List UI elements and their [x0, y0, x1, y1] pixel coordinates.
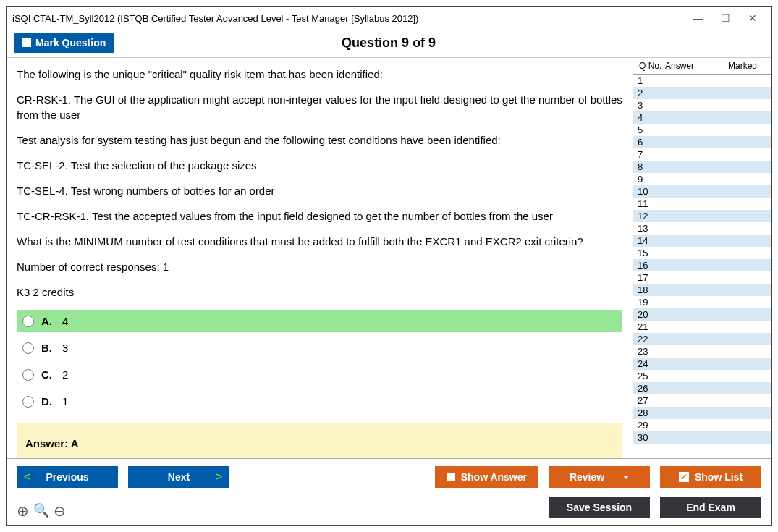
question-list-row[interactable]: 14: [633, 235, 771, 247]
question-paragraph: TC-SEL-2. Test the selection of the pack…: [17, 158, 622, 173]
end-exam-label: End Exam: [686, 502, 735, 513]
answer-box: Answer: A: [17, 423, 622, 458]
previous-button[interactable]: < Previous: [17, 466, 118, 488]
option-letter: B.: [41, 340, 52, 355]
save-session-button[interactable]: Save Session: [549, 497, 650, 518]
option-text: 1: [62, 394, 68, 409]
question-list-row[interactable]: 21: [633, 321, 771, 333]
question-paragraph: TC-CR-RSK-1. Test the accepted values fr…: [17, 208, 622, 224]
question-list-row[interactable]: 20: [633, 308, 771, 321]
header-bar: Mark Question Question 9 of 9: [7, 27, 771, 58]
question-list-row[interactable]: 10: [633, 185, 771, 198]
question-list-row[interactable]: 26: [633, 382, 771, 394]
question-paragraph: CR-RSK-1. The GUI of the application mig…: [17, 92, 622, 122]
question-list-row[interactable]: 22: [633, 333, 771, 345]
option-d[interactable]: D.1: [17, 390, 622, 413]
option-radio[interactable]: [22, 396, 34, 408]
question-list-row[interactable]: 1: [633, 75, 771, 87]
question-list-row[interactable]: 30: [633, 431, 771, 444]
save-session-label: Save Session: [567, 502, 632, 513]
option-radio[interactable]: [22, 342, 34, 354]
question-paragraph: Test analysis for system testing has jus…: [17, 132, 622, 148]
window-title: iSQI CTAL-TM_Syll2012 (ISTQB Certified T…: [12, 13, 685, 24]
question-list-row[interactable]: 23: [633, 345, 771, 358]
question-list-row[interactable]: 19: [633, 296, 771, 308]
close-button[interactable]: ✕: [740, 9, 766, 27]
options-list: A.4B.3C.2D.1: [17, 310, 622, 413]
question-list-row[interactable]: 28: [633, 407, 771, 419]
end-exam-button[interactable]: End Exam: [660, 497, 761, 518]
question-list-row[interactable]: 29: [633, 419, 771, 431]
question-list-row[interactable]: 13: [633, 222, 771, 235]
question-list-row[interactable]: 12: [633, 210, 771, 222]
mark-question-button[interactable]: Mark Question: [14, 33, 114, 53]
question-list-row[interactable]: 8: [633, 161, 771, 173]
question-list-row[interactable]: 3: [633, 99, 771, 111]
question-panel: The following is the unique "critical" q…: [7, 58, 633, 458]
question-list-row[interactable]: 15: [633, 247, 771, 259]
show-list-label: Show List: [695, 471, 743, 483]
maximize-button[interactable]: ☐: [712, 9, 738, 27]
question-list-row[interactable]: 11: [633, 198, 771, 210]
window-controls: — ☐ ✕: [685, 9, 766, 27]
mark-question-label: Mark Question: [35, 37, 106, 48]
question-paragraph: What is the MINIMUM number of test condi…: [17, 234, 622, 249]
square-icon: [447, 473, 455, 481]
check-icon: ✓: [679, 472, 689, 482]
col-marked: Marked: [728, 61, 769, 71]
question-list-row[interactable]: 25: [633, 370, 771, 382]
question-list-panel: Q No. Answer Marked 12345678910111213141…: [633, 58, 771, 458]
question-list-row[interactable]: 4: [633, 111, 771, 124]
zoom-reset-icon[interactable]: ⊕: [17, 502, 29, 520]
option-text: 4: [62, 313, 68, 329]
option-text: 2: [62, 367, 68, 382]
question-paragraph: TC-SEL-4. Test wrong numbers of bottles …: [17, 183, 622, 198]
question-list-body[interactable]: 1234567891011121314151617181920212223242…: [633, 75, 771, 458]
zoom-out-icon[interactable]: ⊖: [54, 502, 66, 520]
option-radio[interactable]: [22, 316, 34, 327]
col-qno: Q No.: [636, 61, 665, 71]
question-list-row[interactable]: 7: [633, 148, 771, 161]
footer: < Previous Next > Show Answer Review ✓ S…: [7, 458, 771, 525]
body: The following is the unique "critical" q…: [7, 58, 771, 458]
review-label: Review: [570, 471, 604, 483]
chevron-right-icon: >: [216, 470, 222, 484]
option-radio[interactable]: [22, 369, 34, 381]
review-button[interactable]: Review: [549, 466, 650, 488]
option-b[interactable]: B.3: [17, 337, 622, 359]
question-list-row[interactable]: 18: [633, 284, 771, 296]
question-text: The following is the unique "critical" q…: [17, 67, 622, 300]
chevron-left-icon: <: [24, 470, 30, 484]
button-row-2: ⊕ 🔍 ⊖ Save Session End Exam: [17, 495, 761, 520]
question-list-row[interactable]: 2: [633, 87, 771, 99]
question-list-row[interactable]: 16: [633, 259, 771, 271]
question-list-row[interactable]: 9: [633, 173, 771, 185]
question-list-row[interactable]: 27: [633, 394, 771, 407]
option-letter: D.: [41, 394, 52, 409]
next-button[interactable]: Next >: [128, 466, 229, 488]
option-letter: A.: [41, 313, 52, 329]
question-paragraph: Number of correct responses: 1: [17, 259, 622, 274]
question-list-row[interactable]: 5: [633, 124, 771, 136]
option-text: 3: [62, 340, 68, 355]
question-list-row[interactable]: 24: [633, 358, 771, 370]
zoom-in-icon[interactable]: 🔍: [33, 502, 49, 520]
col-answer: Answer: [665, 61, 728, 71]
show-answer-button[interactable]: Show Answer: [435, 466, 538, 488]
titlebar: iSQI CTAL-TM_Syll2012 (ISTQB Certified T…: [7, 7, 771, 27]
question-number-label: Question 9 of 9: [114, 35, 663, 51]
question-list-header: Q No. Answer Marked: [633, 58, 771, 75]
question-list-row[interactable]: 17: [633, 271, 771, 284]
show-list-button[interactable]: ✓ Show List: [660, 466, 761, 488]
question-paragraph: The following is the unique "critical" q…: [17, 67, 622, 82]
option-a[interactable]: A.4: [17, 310, 622, 332]
question-list-row[interactable]: 6: [633, 136, 771, 148]
checkbox-icon: [22, 38, 31, 47]
option-letter: C.: [41, 367, 52, 382]
minimize-button[interactable]: —: [685, 9, 711, 27]
question-paragraph: K3 2 credits: [17, 284, 622, 300]
button-row: < Previous Next > Show Answer Review ✓ S…: [17, 466, 761, 488]
show-answer-label: Show Answer: [461, 471, 527, 483]
previous-label: Previous: [46, 471, 88, 483]
option-c[interactable]: C.2: [17, 363, 622, 386]
